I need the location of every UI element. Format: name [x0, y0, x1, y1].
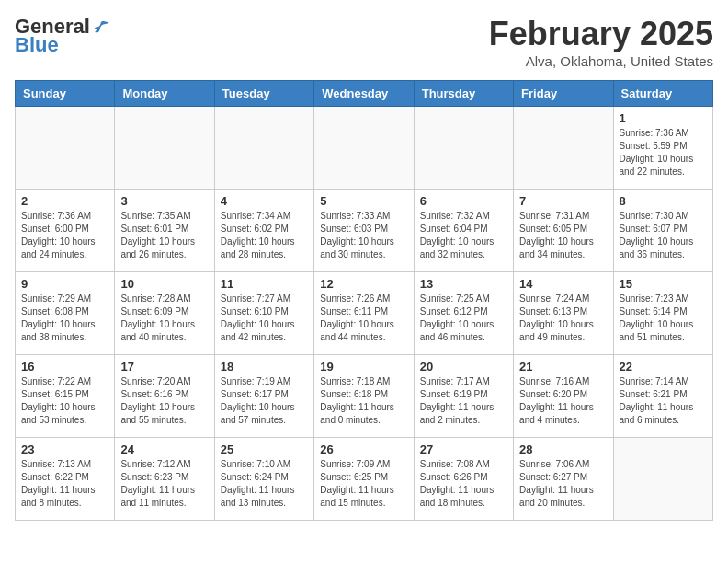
calendar-cell: 2Sunrise: 7:36 AM Sunset: 6:00 PM Daylig…	[16, 190, 115, 272]
day-number: 9	[21, 277, 108, 291]
calendar-cell: 28Sunrise: 7:06 AM Sunset: 6:27 PM Dayli…	[514, 438, 613, 521]
logo: General Blue	[15, 15, 110, 57]
day-info: Sunrise: 7:09 AM Sunset: 6:25 PM Dayligh…	[320, 458, 407, 510]
day-info: Sunrise: 7:32 AM Sunset: 6:04 PM Dayligh…	[420, 210, 507, 261]
calendar-cell: 20Sunrise: 7:17 AM Sunset: 6:19 PM Dayli…	[414, 355, 513, 438]
day-number: 17	[120, 360, 208, 373]
calendar-cell: 14Sunrise: 7:24 AM Sunset: 6:13 PM Dayli…	[514, 272, 613, 355]
calendar-week-row-4: 16Sunrise: 7:22 AM Sunset: 6:15 PM Dayli…	[16, 355, 713, 438]
weekday-header-sunday: Sunday	[16, 81, 115, 107]
logo-blue-text: Blue	[15, 33, 59, 57]
day-info: Sunrise: 7:10 AM Sunset: 6:24 PM Dayligh…	[221, 458, 308, 510]
day-info: Sunrise: 7:31 AM Sunset: 6:05 PM Dayligh…	[519, 210, 607, 261]
day-number: 13	[420, 277, 507, 291]
weekday-header-wednesday: Wednesday	[314, 81, 414, 107]
calendar-cell: 19Sunrise: 7:18 AM Sunset: 6:18 PM Dayli…	[314, 355, 414, 438]
day-number: 6	[420, 194, 507, 208]
day-number: 27	[420, 442, 507, 456]
day-info: Sunrise: 7:12 AM Sunset: 6:23 PM Dayligh…	[120, 458, 208, 510]
day-number: 26	[320, 442, 407, 456]
day-number: 25	[221, 442, 308, 456]
calendar-week-row-3: 9Sunrise: 7:29 AM Sunset: 6:08 PM Daylig…	[16, 272, 713, 355]
day-info: Sunrise: 7:36 AM Sunset: 6:00 PM Dayligh…	[21, 210, 108, 261]
calendar-cell: 3Sunrise: 7:35 AM Sunset: 6:01 PM Daylig…	[115, 190, 214, 272]
page-header: General Blue February 2025 Alva, Oklahom…	[15, 15, 713, 69]
day-number: 8	[620, 194, 707, 208]
calendar-week-row-2: 2Sunrise: 7:36 AM Sunset: 6:00 PM Daylig…	[16, 190, 713, 272]
day-number: 22	[620, 360, 707, 373]
day-number: 1	[620, 111, 707, 125]
calendar-cell	[16, 107, 115, 190]
calendar-cell: 15Sunrise: 7:23 AM Sunset: 6:14 PM Dayli…	[613, 272, 712, 355]
calendar-cell: 8Sunrise: 7:30 AM Sunset: 6:07 PM Daylig…	[613, 190, 712, 272]
day-number: 10	[120, 277, 208, 291]
day-number: 14	[519, 277, 607, 291]
calendar-week-row-1: 1Sunrise: 7:36 AM Sunset: 5:59 PM Daylig…	[16, 107, 713, 190]
calendar-cell: 6Sunrise: 7:32 AM Sunset: 6:04 PM Daylig…	[414, 190, 513, 272]
day-number: 7	[519, 194, 607, 208]
day-info: Sunrise: 7:25 AM Sunset: 6:12 PM Dayligh…	[420, 293, 507, 344]
calendar-cell: 9Sunrise: 7:29 AM Sunset: 6:08 PM Daylig…	[16, 272, 115, 355]
weekday-header-saturday: Saturday	[613, 81, 712, 107]
day-number: 12	[320, 277, 407, 291]
day-number: 19	[320, 360, 407, 373]
calendar-cell	[115, 107, 214, 190]
calendar-cell: 22Sunrise: 7:14 AM Sunset: 6:21 PM Dayli…	[613, 355, 712, 438]
day-info: Sunrise: 7:20 AM Sunset: 6:16 PM Dayligh…	[120, 375, 208, 427]
day-info: Sunrise: 7:33 AM Sunset: 6:03 PM Dayligh…	[320, 210, 407, 261]
calendar-table: SundayMondayTuesdayWednesdayThursdayFrid…	[15, 80, 713, 521]
calendar-cell: 11Sunrise: 7:27 AM Sunset: 6:10 PM Dayli…	[214, 272, 313, 355]
day-info: Sunrise: 7:27 AM Sunset: 6:10 PM Dayligh…	[221, 293, 308, 344]
day-number: 11	[221, 277, 308, 291]
day-info: Sunrise: 7:26 AM Sunset: 6:11 PM Dayligh…	[320, 293, 407, 344]
day-info: Sunrise: 7:24 AM Sunset: 6:13 PM Dayligh…	[519, 293, 607, 344]
day-number: 3	[120, 194, 208, 208]
calendar-cell	[613, 438, 712, 521]
day-number: 4	[221, 194, 308, 208]
weekday-header-friday: Friday	[514, 81, 613, 107]
day-number: 18	[221, 360, 308, 373]
day-info: Sunrise: 7:17 AM Sunset: 6:19 PM Dayligh…	[420, 375, 507, 427]
calendar-cell: 17Sunrise: 7:20 AM Sunset: 6:16 PM Dayli…	[115, 355, 214, 438]
day-info: Sunrise: 7:22 AM Sunset: 6:15 PM Dayligh…	[21, 375, 108, 427]
calendar-cell	[214, 107, 313, 190]
calendar-cell: 23Sunrise: 7:13 AM Sunset: 6:22 PM Dayli…	[16, 438, 115, 521]
day-info: Sunrise: 7:36 AM Sunset: 5:59 PM Dayligh…	[620, 127, 707, 178]
day-info: Sunrise: 7:06 AM Sunset: 6:27 PM Dayligh…	[519, 458, 607, 510]
calendar-cell	[414, 107, 513, 190]
day-info: Sunrise: 7:13 AM Sunset: 6:22 PM Dayligh…	[21, 458, 108, 510]
day-info: Sunrise: 7:18 AM Sunset: 6:18 PM Dayligh…	[320, 375, 407, 427]
calendar-cell: 18Sunrise: 7:19 AM Sunset: 6:17 PM Dayli…	[214, 355, 313, 438]
day-info: Sunrise: 7:30 AM Sunset: 6:07 PM Dayligh…	[620, 210, 707, 261]
calendar-cell: 25Sunrise: 7:10 AM Sunset: 6:24 PM Dayli…	[214, 438, 313, 521]
day-info: Sunrise: 7:34 AM Sunset: 6:02 PM Dayligh…	[221, 210, 308, 261]
month-title: February 2025	[489, 15, 713, 53]
day-number: 23	[21, 442, 108, 456]
day-number: 21	[519, 360, 607, 373]
calendar-cell	[314, 107, 414, 190]
calendar-cell: 5Sunrise: 7:33 AM Sunset: 6:03 PM Daylig…	[314, 190, 414, 272]
weekday-header-row: SundayMondayTuesdayWednesdayThursdayFrid…	[16, 81, 713, 107]
day-info: Sunrise: 7:23 AM Sunset: 6:14 PM Dayligh…	[620, 293, 707, 344]
weekday-header-thursday: Thursday	[414, 81, 513, 107]
weekday-header-tuesday: Tuesday	[214, 81, 313, 107]
calendar-cell: 16Sunrise: 7:22 AM Sunset: 6:15 PM Dayli…	[16, 355, 115, 438]
calendar-cell: 7Sunrise: 7:31 AM Sunset: 6:05 PM Daylig…	[514, 190, 613, 272]
calendar-cell: 24Sunrise: 7:12 AM Sunset: 6:23 PM Dayli…	[115, 438, 214, 521]
calendar-cell: 4Sunrise: 7:34 AM Sunset: 6:02 PM Daylig…	[214, 190, 313, 272]
title-block: February 2025 Alva, Oklahoma, United Sta…	[489, 15, 713, 69]
day-number: 5	[320, 194, 407, 208]
weekday-header-monday: Monday	[115, 81, 214, 107]
day-info: Sunrise: 7:35 AM Sunset: 6:01 PM Dayligh…	[120, 210, 208, 261]
day-info: Sunrise: 7:08 AM Sunset: 6:26 PM Dayligh…	[420, 458, 507, 510]
day-number: 16	[21, 360, 108, 373]
day-number: 15	[620, 277, 707, 291]
calendar-week-row-5: 23Sunrise: 7:13 AM Sunset: 6:22 PM Dayli…	[16, 438, 713, 521]
calendar-cell: 10Sunrise: 7:28 AM Sunset: 6:09 PM Dayli…	[115, 272, 214, 355]
day-info: Sunrise: 7:19 AM Sunset: 6:17 PM Dayligh…	[221, 375, 308, 427]
calendar-cell: 27Sunrise: 7:08 AM Sunset: 6:26 PM Dayli…	[414, 438, 513, 521]
calendar-cell: 21Sunrise: 7:16 AM Sunset: 6:20 PM Dayli…	[514, 355, 613, 438]
logo-bird-icon	[94, 18, 110, 35]
day-info: Sunrise: 7:14 AM Sunset: 6:21 PM Dayligh…	[620, 375, 707, 427]
calendar-cell: 13Sunrise: 7:25 AM Sunset: 6:12 PM Dayli…	[414, 272, 513, 355]
